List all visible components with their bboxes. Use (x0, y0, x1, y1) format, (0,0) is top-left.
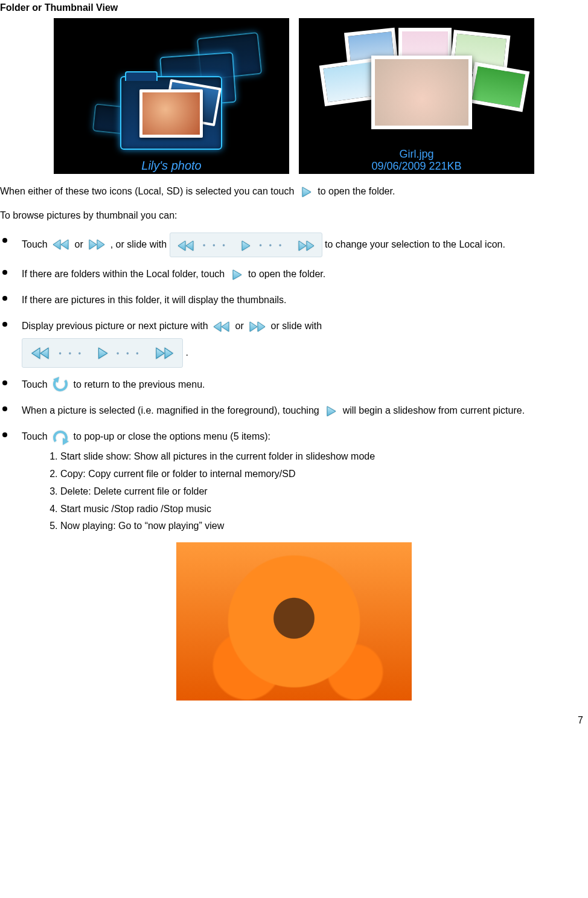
play-icon (299, 185, 313, 199)
list-item: Copy: Copy current file or folder to int… (60, 466, 588, 483)
folder-caption: Lily's photo (54, 159, 289, 173)
bullet-list: Touch or , or slide with ••• ••• to chan… (0, 233, 588, 535)
return-icon (52, 377, 69, 393)
flower-image (176, 542, 412, 701)
svg-marker-17 (98, 348, 107, 359)
rewind-icon (52, 238, 70, 251)
list-item: Touch to pop-up or close the options men… (0, 427, 588, 535)
svg-marker-18 (156, 348, 164, 359)
ordered-sublist: Start slide show: Show all pictures in t… (43, 448, 588, 535)
folder-view-screenshot: Lily's photo (54, 18, 289, 174)
play-icon (324, 404, 338, 419)
svg-marker-7 (242, 241, 250, 251)
thumbnail-view-screenshot: Girl.jpg 09/06/2009 221KB (299, 18, 534, 174)
thumbnail-caption: Girl.jpg 09/06/2009 221KB (299, 148, 534, 173)
list-item: Delete: Delete current file or folder (60, 483, 588, 501)
list-item: If there are folders within the Local fo… (0, 265, 588, 283)
list-item: Now playing: Go to “now playing” view (60, 518, 588, 535)
list-item: Start slide show: Show all pictures in t… (60, 448, 588, 466)
options-icon (52, 429, 69, 445)
svg-marker-16 (40, 348, 48, 359)
svg-marker-14 (258, 322, 265, 332)
list-item: Start music /Stop radio /Stop music (60, 501, 588, 518)
slider-bar-icon: ••• ••• (22, 338, 183, 368)
svg-marker-6 (186, 241, 193, 251)
forward-icon (248, 320, 266, 333)
svg-marker-1 (53, 240, 60, 249)
play-icon (229, 268, 244, 282)
svg-marker-11 (214, 322, 221, 332)
paragraph: When either of these two icons (Local, S… (0, 182, 588, 200)
svg-marker-5 (178, 241, 185, 251)
screenshot-row: Lily's photo Girl.jpg 09/06/2009 221KB (0, 18, 588, 174)
svg-marker-10 (233, 270, 241, 280)
svg-marker-15 (32, 348, 40, 359)
list-item: If there are pictures in this folder, it… (0, 290, 588, 309)
page-number: 7 (0, 701, 588, 726)
svg-marker-2 (61, 240, 68, 249)
svg-marker-0 (302, 187, 311, 197)
section-title: Folder or Thumbnail View (0, 2, 588, 13)
svg-marker-12 (222, 322, 229, 332)
svg-marker-13 (250, 322, 257, 332)
list-item: When a picture is selected (i.e. magnifi… (0, 401, 588, 420)
list-item: Touch or , or slide with ••• ••• to chan… (0, 233, 588, 257)
slider-bar-icon: ••• ••• (170, 233, 322, 257)
paragraph: To browse pictures by thumbnail you can: (0, 207, 588, 225)
svg-marker-4 (97, 240, 104, 249)
svg-marker-19 (165, 348, 173, 359)
list-item: Touch to return to the previous menu. (0, 375, 588, 394)
forward-icon (88, 238, 106, 251)
svg-marker-8 (299, 241, 306, 251)
svg-marker-9 (307, 241, 314, 251)
svg-marker-21 (327, 406, 336, 416)
svg-marker-3 (89, 240, 97, 249)
rewind-icon (213, 320, 231, 333)
list-item: Display previous picture or next picture… (0, 316, 588, 367)
